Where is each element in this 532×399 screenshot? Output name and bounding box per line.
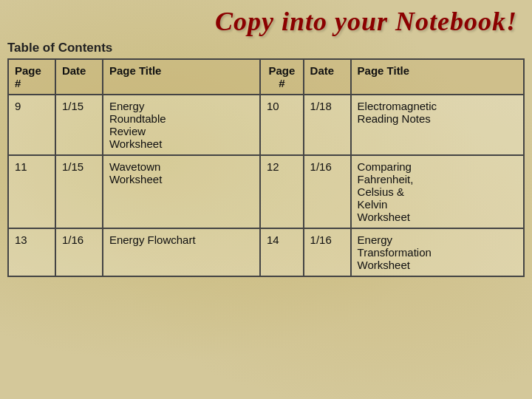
- table-row: 131/16Energy Flowchart141/16EnergyTransf…: [8, 228, 524, 276]
- cell-title2: EnergyTransformationWorksheet: [351, 228, 524, 276]
- table-row: 91/15EnergyRoundtableReviewWorksheet101/…: [8, 95, 524, 155]
- toc-table: Page # Date Page Title Page# Date Page T…: [7, 58, 525, 277]
- cell-page2: 12: [260, 155, 304, 228]
- col-header-title1: Page Title: [103, 59, 260, 95]
- cell-date2: 1/16: [304, 228, 351, 276]
- cell-title2: ComparingFahrenheit,Celsius &KelvinWorks…: [351, 155, 524, 228]
- col-header-page1: Page #: [8, 59, 55, 95]
- table-of-contents-section: Table of Contents Page # Date Page Title…: [7, 41, 525, 277]
- cell-page2: 14: [260, 228, 304, 276]
- toc-label: Table of Contents: [7, 41, 525, 55]
- cell-page1: 13: [8, 228, 55, 276]
- page-heading: Copy into your Notebook!: [215, 6, 517, 37]
- col-header-date1: Date: [55, 59, 103, 95]
- cell-title1: Energy Flowchart: [103, 228, 260, 276]
- cell-date1: 1/16: [55, 228, 103, 276]
- cell-date1: 1/15: [55, 95, 103, 155]
- table-row: 111/15WavetownWorksheet121/16ComparingFa…: [8, 155, 524, 228]
- cell-date2: 1/16: [304, 155, 351, 228]
- cell-page1: 9: [8, 95, 55, 155]
- cell-date2: 1/18: [304, 95, 351, 155]
- col-header-title2: Page Title: [351, 59, 524, 95]
- col-header-page2: Page#: [260, 59, 304, 95]
- cell-title1: EnergyRoundtableReviewWorksheet: [103, 95, 260, 155]
- table-header-row: Page # Date Page Title Page# Date Page T…: [8, 59, 524, 95]
- cell-title1: WavetownWorksheet: [103, 155, 260, 228]
- cell-title2: ElectromagneticReading Notes: [351, 95, 524, 155]
- cell-page1: 11: [8, 155, 55, 228]
- cell-date1: 1/15: [55, 155, 103, 228]
- cell-page2: 10: [260, 95, 304, 155]
- col-header-date2: Date: [304, 59, 351, 95]
